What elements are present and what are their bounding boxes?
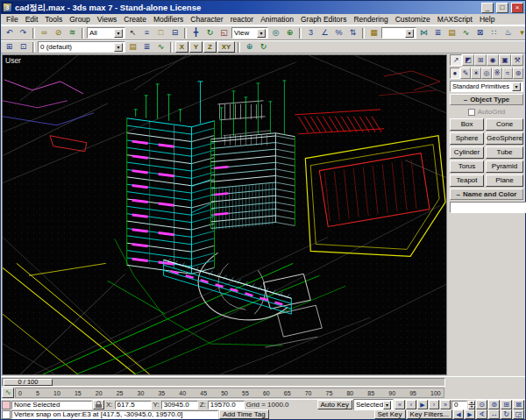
menu-item-graph-editors[interactable]: Graph Editors (297, 16, 350, 24)
rollout-name-and-color[interactable]: – Name and Color (450, 189, 523, 200)
coord-y-field[interactable]: 30945.0 (161, 401, 198, 409)
category-systems[interactable]: ⊛ (513, 68, 523, 79)
previous-key-button[interactable]: ◀ (453, 409, 464, 419)
create-torus-button[interactable]: Torus (450, 160, 484, 173)
coord-z-field[interactable]: 19570.0 (208, 401, 245, 409)
tab-motion[interactable]: ◉ (487, 54, 499, 66)
close-button[interactable]: × (511, 3, 523, 13)
next-frame-button[interactable]: › (429, 400, 439, 409)
axis-xy-button[interactable]: XY (217, 41, 235, 53)
menu-item-customize[interactable]: Customize (392, 16, 434, 24)
curve-editor-button[interactable]: ∿ (459, 27, 473, 39)
track-bar[interactable]: 0 5 10 15 20 25 30 35 40 45 50 55 60 65 … (15, 388, 444, 398)
time-slider-handle[interactable]: 0 / 100 (4, 379, 53, 386)
menu-item-tools[interactable]: Tools (41, 16, 66, 24)
menu-item-edit[interactable]: Edit (22, 16, 42, 24)
menu-item-maxscript[interactable]: MAXScript (434, 16, 476, 24)
unlink-selection-button[interactable]: ⊘ (52, 27, 65, 39)
named-selection-dropdown[interactable]: ▾ (381, 27, 416, 39)
viewport-user[interactable]: User (2, 54, 447, 375)
create-pyramid-button[interactable]: Pyramid (486, 160, 523, 173)
create-teapot-button[interactable]: Teapot (450, 174, 484, 187)
named-selection-sets-button[interactable]: ▦ (367, 27, 380, 39)
set-key-button[interactable]: Set Key (374, 409, 406, 419)
selection-filter-dropdown[interactable]: All ▾ (87, 27, 125, 39)
mini-curve-editor-button[interactable]: ∿ (2, 388, 14, 398)
menu-item-file[interactable]: File (3, 16, 22, 24)
pan-button[interactable]: ↔ (488, 409, 500, 419)
render-type-arrow[interactable]: ▾ (515, 27, 526, 39)
snap-2d-toggle[interactable]: ⊞ (3, 41, 16, 53)
time-slider-track[interactable]: 0 / 100 (2, 378, 445, 387)
rollout-object-type[interactable]: – Object Type (450, 94, 523, 105)
category-geometry[interactable]: ● (450, 68, 460, 79)
arc-rotate-button[interactable]: ↻ (501, 409, 512, 419)
select-object-button[interactable]: ↖ (126, 27, 139, 39)
frame-number-field[interactable]: 0 (451, 401, 467, 409)
object-name-input[interactable] (450, 202, 526, 213)
play-button[interactable]: ▶ (417, 400, 428, 409)
layer-properties-button[interactable]: ≣ (140, 41, 153, 53)
spinner-snap-button[interactable]: ⇅ (346, 27, 359, 39)
viewport-label[interactable]: User (5, 57, 21, 65)
zoom-all-button[interactable]: ⊚ (488, 400, 500, 409)
render-scene-button[interactable]: ♨ (501, 27, 515, 39)
mirror-button[interactable]: ⋈ (417, 27, 430, 39)
add-time-tag-button[interactable]: Add Time Tag (219, 409, 269, 419)
create-plane-button[interactable]: Plane (486, 174, 523, 187)
select-and-scale-button[interactable]: ◱ (217, 27, 231, 39)
material-editor-button[interactable]: ∷ (487, 27, 501, 39)
rectangular-selection-region-button[interactable]: □ (154, 27, 167, 39)
restrict-plane-cycle-button[interactable]: ⊕ (243, 41, 256, 53)
axis-y-button[interactable]: Y (189, 41, 203, 53)
menu-item-help[interactable]: Help (476, 16, 498, 24)
create-box-button[interactable]: Box (450, 118, 484, 131)
menu-item-animation[interactable]: Animation (257, 16, 297, 24)
menu-item-character[interactable]: Character (187, 16, 226, 24)
category-space-warps[interactable]: ≈ (502, 68, 513, 79)
go-to-end-button[interactable]: » (440, 400, 451, 409)
schematic-view-button[interactable]: ⊠ (473, 27, 487, 39)
select-and-manipulate-button[interactable]: ⊕ (283, 27, 296, 39)
undo-button[interactable]: ↶ (3, 27, 16, 39)
tab-modify[interactable]: ◩ (462, 54, 474, 66)
layer-manager-button[interactable]: ▤ (445, 27, 458, 39)
select-and-link-button[interactable]: ∞ (38, 27, 51, 39)
zoom-extents-all-button[interactable]: ⊠ (513, 400, 524, 409)
redo-button[interactable]: ↷ (17, 27, 30, 39)
menu-item-modifiers[interactable]: Modifiers (150, 16, 187, 24)
lock-selection-toggle[interactable] (93, 400, 104, 409)
tab-hierarchy[interactable]: ⊞ (474, 54, 487, 66)
next-key-button[interactable]: ▶ (465, 409, 475, 419)
reference-coordinate-dropdown[interactable]: View ▾ (231, 27, 268, 39)
select-and-rotate-button[interactable]: ↻ (203, 27, 217, 39)
key-filters-button[interactable]: Key Filters... (407, 409, 452, 419)
go-to-start-button[interactable]: « (394, 400, 405, 409)
auto-key-button[interactable]: Auto Key (317, 400, 352, 409)
menu-item-create[interactable]: Create (120, 16, 150, 24)
menu-item-views[interactable]: Views (94, 16, 121, 24)
coord-x-field[interactable]: 617.5 (115, 401, 152, 409)
frame-spinner[interactable]: ▲ ▼ (468, 401, 475, 409)
tab-create[interactable]: ↗ (450, 54, 462, 66)
menu-item-rendering[interactable]: Rendering (350, 16, 391, 24)
primitives-dropdown[interactable]: Standard Primitives ▾ (450, 81, 523, 92)
layer-dropdown[interactable]: 0 (default) ▾ (38, 41, 125, 53)
maximize-button[interactable]: □ (496, 3, 508, 13)
select-and-move-button[interactable]: ╋ (189, 27, 203, 39)
tab-utilities[interactable]: ⚒ (511, 54, 523, 66)
percent-snap-button[interactable]: % (332, 27, 345, 39)
maxscript-mini-listener[interactable] (2, 401, 11, 409)
window-crossing-toggle[interactable]: ⊟ (168, 27, 181, 39)
select-by-name-button[interactable]: ≡ (140, 27, 153, 39)
tab-display[interactable]: ▣ (499, 54, 511, 66)
axis-z-button[interactable]: Z (203, 41, 217, 53)
menu-item-group[interactable]: Group (66, 16, 94, 24)
snap-toggle-button[interactable]: 3 (304, 27, 317, 39)
previous-frame-button[interactable]: ‹ (406, 400, 416, 409)
snap-3d-toggle[interactable]: ⊡ (17, 41, 30, 53)
field-of-view-button[interactable]: ∢ (476, 409, 487, 419)
category-cameras[interactable]: ◎ (481, 68, 492, 79)
zoom-extents-button[interactable]: ⊞ (501, 400, 512, 409)
category-shapes[interactable]: ✎ (460, 68, 471, 79)
